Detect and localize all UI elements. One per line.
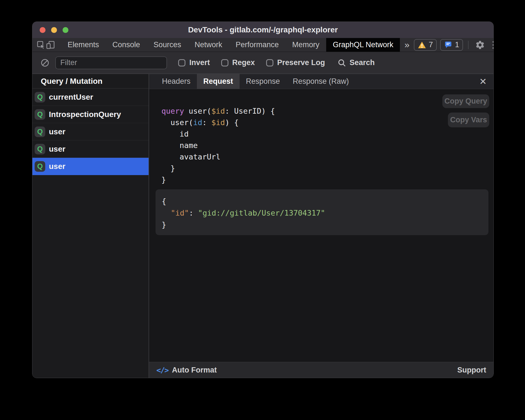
query-item-label: IntrospectionQuery	[49, 110, 121, 119]
checkbox-regex[interactable]: Regex	[221, 58, 255, 67]
devtools-tabs: ElementsConsoleSourcesNetworkPerformance…	[61, 38, 400, 52]
filter-bar: InvertRegexPreserve Log Search	[32, 52, 493, 74]
checkbox-preserve-log[interactable]: Preserve Log	[266, 58, 325, 67]
checkbox-box-regex[interactable]	[221, 59, 228, 66]
search-group[interactable]: Search	[337, 58, 375, 67]
filter-checkboxes: InvertRegexPreserve Log	[167, 58, 325, 67]
query-badge-icon: Q	[35, 144, 45, 154]
request-tab-response-raw[interactable]: Response (Raw)	[286, 74, 355, 89]
query-code-line-5: }	[161, 163, 493, 174]
query-badge-icon: Q	[35, 161, 45, 172]
auto-format-label: Auto Format	[172, 366, 217, 374]
query-code-line-2: id	[161, 128, 493, 140]
content-area: Query / Mutation QcurrentUserQIntrospect…	[32, 74, 493, 378]
copy-query-button[interactable]: Copy Query	[442, 94, 489, 108]
request-panel: query user($id: UserID) { user(id: $id) …	[149, 89, 493, 362]
query-code-line-4: avatarUrl	[161, 151, 493, 163]
query-item-label: user	[49, 162, 65, 171]
close-window-button[interactable]	[40, 27, 46, 33]
request-tab-request[interactable]: Request	[197, 74, 240, 89]
tab-memory[interactable]: Memory	[285, 38, 326, 52]
variables-code-line-0: {	[162, 195, 488, 207]
more-tabs-chevron[interactable]: »	[400, 38, 414, 52]
toolbar-divider	[468, 41, 469, 49]
sidebar-header: Query / Mutation	[32, 74, 149, 89]
title-bar: DevTools - gitlab.com/-/graphql-explorer	[32, 22, 493, 38]
checkbox-invert[interactable]: Invert	[178, 58, 210, 67]
window-title: DevTools - gitlab.com/-/graphql-explorer	[32, 25, 493, 34]
graphql-query-code: query user($id: UserID) { user(id: $id) …	[149, 89, 493, 185]
query-list-item-3[interactable]: Quser	[32, 140, 149, 158]
auto-format-button[interactable]: </> Auto Format	[156, 366, 217, 374]
variables-code-line-2: }	[162, 219, 488, 231]
device-toolbar-icon[interactable]	[46, 38, 55, 52]
query-list-item-4[interactable]: Quser	[32, 158, 149, 175]
block-icon[interactable]	[39, 58, 51, 68]
messages-badge[interactable]: 1	[440, 39, 463, 51]
warnings-badge[interactable]: 7	[414, 39, 437, 51]
search-icon	[337, 58, 346, 67]
query-list-item-0[interactable]: QcurrentUser	[32, 89, 149, 106]
request-tabs: HeadersRequestResponseResponse (Raw) ✕	[149, 74, 493, 89]
variables-box: { "id": "gid://gitlab/User/13704317"}	[156, 189, 488, 235]
zoom-window-button[interactable]	[63, 27, 68, 33]
minimize-window-button[interactable]	[51, 27, 57, 33]
warning-icon	[418, 41, 426, 49]
devtools-window: DevTools - gitlab.com/-/graphql-explorer…	[32, 22, 494, 378]
gear-icon[interactable]	[474, 40, 486, 50]
request-tab-response[interactable]: Response	[240, 74, 287, 89]
copy-vars-button[interactable]: Copy Vars	[448, 113, 489, 127]
query-sidebar: Query / Mutation QcurrentUserQIntrospect…	[32, 74, 149, 378]
tab-network[interactable]: Network	[188, 38, 229, 52]
warning-count: 7	[429, 40, 433, 49]
inspect-icon[interactable]	[36, 38, 46, 52]
close-icon[interactable]: ✕	[479, 77, 487, 86]
checkbox-box-invert[interactable]	[178, 59, 185, 66]
bottom-bar: </> Auto Format Support	[149, 362, 493, 378]
tab-performance[interactable]: Performance	[229, 38, 286, 52]
query-list-item-2[interactable]: Quser	[32, 123, 149, 140]
query-list-item-1[interactable]: QIntrospectionQuery	[32, 106, 149, 123]
query-item-label: user	[49, 145, 65, 154]
message-icon	[444, 41, 452, 49]
code-format-icon: </>	[156, 366, 168, 374]
query-badge-icon: Q	[35, 92, 45, 102]
checkbox-label: Invert	[189, 58, 210, 67]
tab-elements[interactable]: Elements	[61, 38, 106, 52]
tab-graphql-network[interactable]: GraphQL Network	[326, 38, 400, 52]
request-main: HeadersRequestResponseResponse (Raw) ✕ q…	[149, 74, 493, 378]
checkbox-label: Regex	[232, 58, 255, 67]
request-tab-headers[interactable]: Headers	[156, 74, 197, 89]
filter-input[interactable]	[55, 56, 167, 69]
query-code-line-1: user(id: $id) {	[161, 117, 493, 128]
tab-sources[interactable]: Sources	[147, 38, 188, 52]
message-count: 1	[455, 40, 459, 49]
query-item-label: user	[49, 127, 65, 136]
traffic-lights	[40, 22, 68, 38]
request-tabs-list: HeadersRequestResponseResponse (Raw)	[156, 74, 355, 89]
query-code-line-3: name	[161, 140, 493, 151]
query-badge-icon: Q	[35, 127, 45, 137]
toolbar-right: 7 1	[414, 38, 494, 52]
kebab-menu-icon[interactable]	[490, 41, 494, 49]
tab-console[interactable]: Console	[106, 38, 147, 52]
checkbox-box-preserve-log[interactable]	[266, 59, 273, 66]
query-badge-icon: Q	[35, 109, 45, 120]
variables-code-line-1: "id": "gid://gitlab/User/13704317"	[162, 207, 488, 219]
checkbox-label: Preserve Log	[277, 58, 325, 67]
support-link[interactable]: Support	[457, 366, 486, 374]
query-list: QcurrentUserQIntrospectionQueryQuserQuse…	[32, 89, 149, 175]
devtools-toolbar: ElementsConsoleSourcesNetworkPerformance…	[32, 38, 493, 52]
query-item-label: currentUser	[49, 93, 93, 102]
search-label: Search	[350, 58, 375, 67]
query-code-line-6: }	[161, 174, 493, 185]
